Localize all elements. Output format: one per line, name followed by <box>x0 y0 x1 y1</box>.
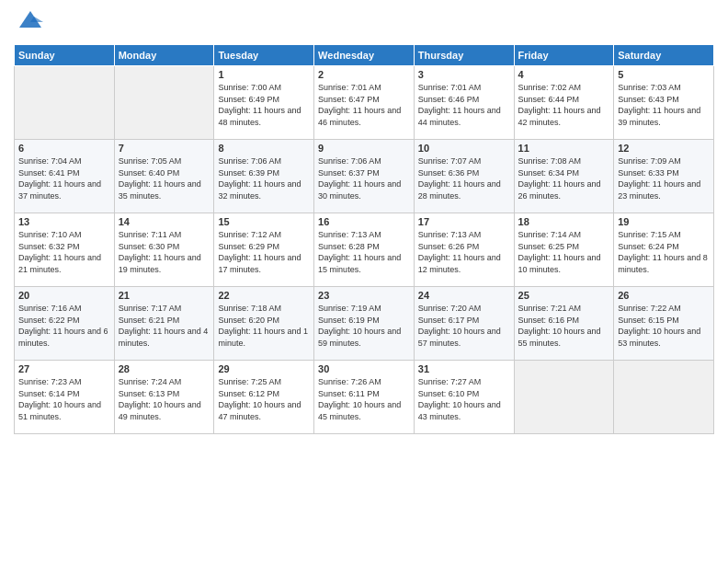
day-info: Sunrise: 7:08 AM Sunset: 6:34 PM Dayligh… <box>518 155 610 201</box>
day-number: 21 <box>119 290 210 301</box>
calendar-cell: 30Sunrise: 7:26 AM Sunset: 6:11 PM Dayli… <box>314 361 415 434</box>
day-info: Sunrise: 7:03 AM Sunset: 6:43 PM Dayligh… <box>618 82 710 128</box>
calendar-cell: 16Sunrise: 7:13 AM Sunset: 6:28 PM Dayli… <box>314 213 415 287</box>
calendar-cell: 2Sunrise: 7:01 AM Sunset: 6:47 PM Daylig… <box>314 66 415 140</box>
day-number: 6 <box>18 143 110 154</box>
calendar-cell: 20Sunrise: 7:16 AM Sunset: 6:22 PM Dayli… <box>15 287 115 361</box>
day-number: 17 <box>418 216 510 227</box>
calendar-cell <box>15 66 115 140</box>
day-info: Sunrise: 7:10 AM Sunset: 6:32 PM Dayligh… <box>18 229 110 275</box>
day-number: 1 <box>218 69 310 80</box>
day-info: Sunrise: 7:19 AM Sunset: 6:19 PM Dayligh… <box>318 303 410 349</box>
day-info: Sunrise: 7:02 AM Sunset: 6:44 PM Dayligh… <box>518 82 610 128</box>
day-info: Sunrise: 7:14 AM Sunset: 6:25 PM Dayligh… <box>518 229 610 275</box>
day-number: 18 <box>518 216 610 227</box>
day-info: Sunrise: 7:27 AM Sunset: 6:10 PM Dayligh… <box>418 376 510 422</box>
day-info: Sunrise: 7:16 AM Sunset: 6:22 PM Dayligh… <box>18 303 110 349</box>
calendar-cell: 17Sunrise: 7:13 AM Sunset: 6:26 PM Dayli… <box>414 213 514 287</box>
day-info: Sunrise: 7:04 AM Sunset: 6:41 PM Dayligh… <box>18 155 110 201</box>
day-number: 11 <box>518 143 610 154</box>
header <box>14 9 714 39</box>
calendar-cell: 10Sunrise: 7:07 AM Sunset: 6:36 PM Dayli… <box>414 140 514 213</box>
day-number: 29 <box>218 363 310 374</box>
day-number: 25 <box>518 290 610 301</box>
day-number: 13 <box>18 216 110 227</box>
calendar-cell: 26Sunrise: 7:22 AM Sunset: 6:15 PM Dayli… <box>614 287 714 361</box>
calendar-cell: 6Sunrise: 7:04 AM Sunset: 6:41 PM Daylig… <box>15 140 115 213</box>
calendar-cell: 19Sunrise: 7:15 AM Sunset: 6:24 PM Dayli… <box>614 213 714 287</box>
calendar-cell: 4Sunrise: 7:02 AM Sunset: 6:44 PM Daylig… <box>514 66 614 140</box>
day-info: Sunrise: 7:00 AM Sunset: 6:49 PM Dayligh… <box>218 82 310 128</box>
day-header-sunday: Sunday <box>15 45 115 66</box>
calendar-cell: 14Sunrise: 7:11 AM Sunset: 6:30 PM Dayli… <box>114 213 214 287</box>
day-info: Sunrise: 7:20 AM Sunset: 6:17 PM Dayligh… <box>418 303 510 349</box>
day-number: 14 <box>119 216 210 227</box>
day-info: Sunrise: 7:01 AM Sunset: 6:47 PM Dayligh… <box>318 82 410 128</box>
day-info: Sunrise: 7:01 AM Sunset: 6:46 PM Dayligh… <box>418 82 510 128</box>
day-info: Sunrise: 7:24 AM Sunset: 6:13 PM Dayligh… <box>119 376 210 422</box>
day-info: Sunrise: 7:21 AM Sunset: 6:16 PM Dayligh… <box>518 303 610 349</box>
day-info: Sunrise: 7:25 AM Sunset: 6:12 PM Dayligh… <box>218 376 310 422</box>
day-number: 3 <box>418 69 510 80</box>
logo <box>14 9 43 39</box>
day-info: Sunrise: 7:06 AM Sunset: 6:37 PM Dayligh… <box>318 155 410 201</box>
day-info: Sunrise: 7:13 AM Sunset: 6:28 PM Dayligh… <box>318 229 410 275</box>
calendar-cell: 12Sunrise: 7:09 AM Sunset: 6:33 PM Dayli… <box>614 140 714 213</box>
day-info: Sunrise: 7:05 AM Sunset: 6:40 PM Dayligh… <box>119 155 210 201</box>
day-number: 24 <box>418 290 510 301</box>
day-number: 12 <box>618 143 710 154</box>
day-number: 26 <box>618 290 710 301</box>
calendar-cell <box>614 361 714 434</box>
day-info: Sunrise: 7:11 AM Sunset: 6:30 PM Dayligh… <box>119 229 210 275</box>
calendar-cell: 15Sunrise: 7:12 AM Sunset: 6:29 PM Dayli… <box>214 213 314 287</box>
day-number: 10 <box>418 143 510 154</box>
day-number: 15 <box>218 216 310 227</box>
day-header-thursday: Thursday <box>414 45 514 66</box>
calendar-cell: 11Sunrise: 7:08 AM Sunset: 6:34 PM Dayli… <box>514 140 614 213</box>
day-number: 7 <box>119 143 210 154</box>
calendar-cell: 28Sunrise: 7:24 AM Sunset: 6:13 PM Dayli… <box>114 361 214 434</box>
day-info: Sunrise: 7:26 AM Sunset: 6:11 PM Dayligh… <box>318 376 410 422</box>
day-info: Sunrise: 7:23 AM Sunset: 6:14 PM Dayligh… <box>18 376 110 422</box>
calendar-cell: 25Sunrise: 7:21 AM Sunset: 6:16 PM Dayli… <box>514 287 614 361</box>
calendar-cell: 13Sunrise: 7:10 AM Sunset: 6:32 PM Dayli… <box>15 213 115 287</box>
calendar-cell <box>514 361 614 434</box>
calendar-cell: 24Sunrise: 7:20 AM Sunset: 6:17 PM Dayli… <box>414 287 514 361</box>
calendar-week-5: 27Sunrise: 7:23 AM Sunset: 6:14 PM Dayli… <box>15 361 714 434</box>
day-info: Sunrise: 7:13 AM Sunset: 6:26 PM Dayligh… <box>418 229 510 275</box>
day-header-monday: Monday <box>114 45 214 66</box>
calendar-cell: 1Sunrise: 7:00 AM Sunset: 6:49 PM Daylig… <box>214 66 314 140</box>
day-number: 30 <box>318 363 410 374</box>
calendar-cell <box>114 66 214 140</box>
day-info: Sunrise: 7:09 AM Sunset: 6:33 PM Dayligh… <box>618 155 710 201</box>
day-number: 23 <box>318 290 410 301</box>
logo-icon <box>17 9 43 39</box>
day-number: 5 <box>618 69 710 80</box>
calendar-cell: 22Sunrise: 7:18 AM Sunset: 6:20 PM Dayli… <box>214 287 314 361</box>
day-header-wednesday: Wednesday <box>314 45 415 66</box>
day-header-tuesday: Tuesday <box>214 45 314 66</box>
calendar-week-3: 13Sunrise: 7:10 AM Sunset: 6:32 PM Dayli… <box>15 213 714 287</box>
calendar-cell: 29Sunrise: 7:25 AM Sunset: 6:12 PM Dayli… <box>214 361 314 434</box>
calendar-cell: 9Sunrise: 7:06 AM Sunset: 6:37 PM Daylig… <box>314 140 415 213</box>
calendar-header-row: SundayMondayTuesdayWednesdayThursdayFrid… <box>15 45 714 66</box>
calendar-table: SundayMondayTuesdayWednesdayThursdayFrid… <box>14 44 714 434</box>
day-number: 4 <box>518 69 610 80</box>
calendar-cell: 21Sunrise: 7:17 AM Sunset: 6:21 PM Dayli… <box>114 287 214 361</box>
calendar-cell: 8Sunrise: 7:06 AM Sunset: 6:39 PM Daylig… <box>214 140 314 213</box>
day-info: Sunrise: 7:15 AM Sunset: 6:24 PM Dayligh… <box>618 229 710 275</box>
calendar-cell: 27Sunrise: 7:23 AM Sunset: 6:14 PM Dayli… <box>15 361 115 434</box>
day-number: 8 <box>218 143 310 154</box>
day-number: 19 <box>618 216 710 227</box>
calendar-cell: 31Sunrise: 7:27 AM Sunset: 6:10 PM Dayli… <box>414 361 514 434</box>
day-info: Sunrise: 7:17 AM Sunset: 6:21 PM Dayligh… <box>119 303 210 349</box>
day-number: 2 <box>318 69 410 80</box>
day-number: 27 <box>18 363 110 374</box>
day-number: 31 <box>418 363 510 374</box>
calendar-week-1: 1Sunrise: 7:00 AM Sunset: 6:49 PM Daylig… <box>15 66 714 140</box>
day-info: Sunrise: 7:22 AM Sunset: 6:15 PM Dayligh… <box>618 303 710 349</box>
calendar-body: 1Sunrise: 7:00 AM Sunset: 6:49 PM Daylig… <box>15 66 714 434</box>
day-number: 9 <box>318 143 410 154</box>
calendar-week-2: 6Sunrise: 7:04 AM Sunset: 6:41 PM Daylig… <box>15 140 714 213</box>
day-header-friday: Friday <box>514 45 614 66</box>
